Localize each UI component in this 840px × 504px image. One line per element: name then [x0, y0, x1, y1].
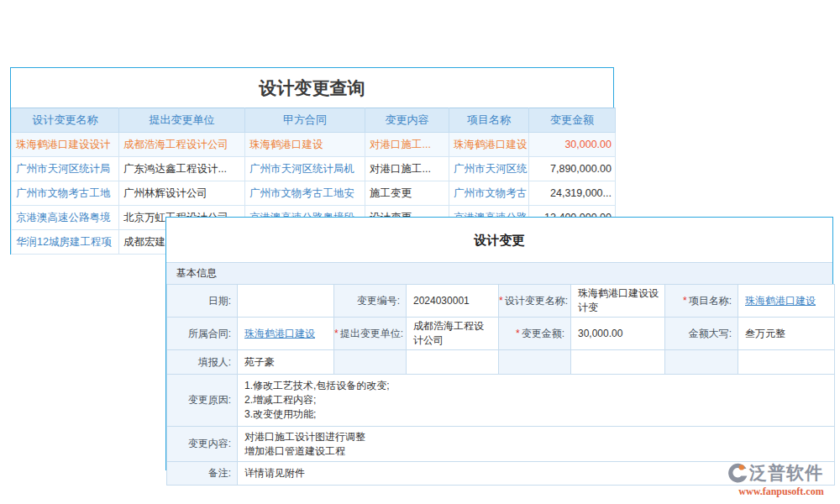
- empty-label: [665, 350, 738, 375]
- query-window-title: 设计变更查询: [11, 68, 613, 108]
- cell-change-name: 广州市天河区统计局: [12, 157, 119, 181]
- change-name-label: *设计变更名称:: [499, 285, 571, 318]
- required-marker: *: [499, 295, 503, 307]
- cell-contract: 广州市文物考古工地安: [245, 181, 365, 206]
- column-header-contract: 甲方合同: [245, 108, 365, 133]
- cell-change-content: 施工变更: [365, 181, 449, 206]
- column-header-proposing-unit: 提出变更单位: [119, 108, 245, 133]
- column-header-change-content: 变更内容: [365, 108, 449, 133]
- date-label: 日期:: [167, 285, 238, 318]
- date-field[interactable]: [238, 285, 334, 318]
- reporter-label: 填报人:: [167, 350, 238, 375]
- cell-change-name: 珠海鹤港口建设设计: [12, 133, 119, 157]
- cell-change-content: 对港口施工...: [365, 133, 449, 157]
- cell-change-name: 京港澳高速公路粤境: [12, 206, 119, 230]
- contract-label: 所属合同:: [167, 318, 238, 350]
- content-label: 变更内容:: [167, 427, 238, 462]
- change-no-field[interactable]: 2024030001: [407, 285, 499, 318]
- empty-field: [738, 350, 835, 375]
- table-header-row: 设计变更名称 提出变更单位 甲方合同 变更内容 项目名称 变更金额: [12, 108, 616, 133]
- cell-change-name: 广州市文物考古工地: [12, 181, 119, 206]
- required-marker: *: [683, 295, 687, 307]
- cell-change-name: 华润12城房建工程项: [12, 230, 119, 255]
- cell-project-name: 珠海鹤港口建设: [449, 133, 529, 157]
- brand-logo: 泛普软件 www.fanpusoft.com: [726, 461, 837, 498]
- section-header-basic-info: 基本信息: [166, 262, 832, 284]
- table-row-selected[interactable]: 珠海鹤港口建设设计 成都浩海工程设计公司 珠海鹤港口建设 对港口施工... 珠海…: [12, 133, 616, 157]
- empty-label: [499, 350, 571, 375]
- column-header-change-name: 设计变更名称: [12, 108, 119, 133]
- amount-label: *变更金额:: [499, 318, 571, 350]
- cell-project-name: 广州市文物考古: [449, 181, 529, 206]
- fanpu-logo-icon: [726, 461, 749, 485]
- empty-label: [334, 350, 407, 375]
- project-name-field: 珠海鹤港口建设: [738, 285, 835, 318]
- project-name-label: *项目名称:: [665, 285, 738, 318]
- brand-url: www.fanpusoft.com: [726, 486, 837, 498]
- cell-change-amount: 7,890,000.00: [529, 157, 616, 181]
- table-row[interactable]: 广州市文物考古工地 广州林辉设计公司 广州市文物考古工地安 施工变更 广州市文物…: [12, 181, 616, 206]
- cell-contract: 珠海鹤港口建设: [245, 133, 365, 157]
- reporter-field[interactable]: 苑子豪: [238, 350, 334, 375]
- contract-link[interactable]: 珠海鹤港口建设: [244, 328, 315, 339]
- contract-field: 珠海鹤港口建设: [238, 318, 334, 350]
- change-no-label: 变更编号:: [334, 285, 407, 318]
- table-row[interactable]: 广州市天河区统计局 广东鸿达鑫工程设计... 广州市天河区统计局机 对港口施工.…: [12, 157, 616, 181]
- amount-words-label: 金额大写:: [665, 318, 738, 350]
- column-header-change-amount: 变更金额: [529, 108, 616, 133]
- change-name-field[interactable]: 珠海鹤港口建设设计变: [571, 285, 665, 318]
- empty-field: [571, 350, 665, 375]
- cell-project-name: 广州市天河区统: [449, 157, 529, 181]
- dialog-title: 设计变更: [166, 218, 832, 262]
- cell-contract: 广州市天河区统计局机: [245, 157, 365, 181]
- brand-name: 泛普软件: [749, 461, 823, 485]
- remark-label: 备注:: [167, 462, 238, 486]
- cell-proposing-unit: 广东鸿达鑫工程设计...: [119, 157, 245, 181]
- column-header-project-name: 项目名称: [449, 108, 529, 133]
- cell-proposing-unit: 成都浩海工程设计公司: [119, 133, 245, 157]
- cell-change-content: 对港口施工...: [365, 157, 449, 181]
- proposing-unit-field[interactable]: 成都浩海工程设计公司: [407, 318, 499, 350]
- amount-words-field[interactable]: 叁万元整: [738, 318, 835, 350]
- detail-form: 日期: 变更编号: 2024030001 *设计变更名称: 珠海鹤港口建设设计变…: [166, 284, 835, 486]
- project-link[interactable]: 珠海鹤港口建设: [745, 295, 816, 307]
- reason-label: 变更原因:: [167, 375, 238, 427]
- cell-proposing-unit: 广州林辉设计公司: [119, 181, 245, 206]
- content-field[interactable]: 对港口施工设计图进行调整 增加港口管道建设工程: [238, 427, 835, 462]
- amount-field[interactable]: 30,000.00: [571, 318, 665, 350]
- cell-change-amount: 30,000.00: [529, 133, 616, 157]
- reason-field[interactable]: 1.修改工艺技术,包括设备的改变; 2.增减工程内容; 3.改变使用功能;: [238, 375, 835, 427]
- required-marker: *: [334, 328, 339, 339]
- proposing-unit-label: *提出变更单位:: [334, 318, 407, 350]
- cell-change-amount: 24,319,000...: [529, 181, 616, 206]
- required-marker: *: [516, 328, 520, 339]
- empty-field: [407, 350, 499, 375]
- design-change-detail-dialog: 设计变更 基本信息 日期: 变更编号: 2024030001 *设计变更名称: …: [165, 217, 833, 470]
